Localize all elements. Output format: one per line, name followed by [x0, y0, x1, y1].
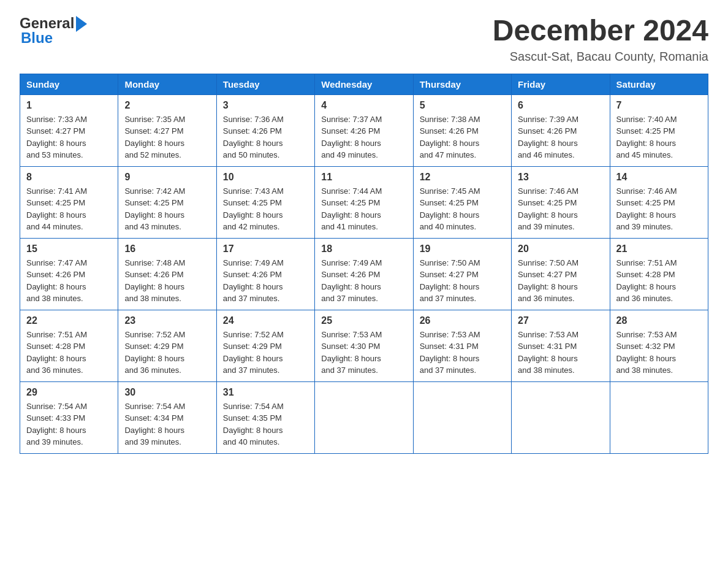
- table-row: 7 Sunrise: 7:40 AMSunset: 4:25 PMDayligh…: [610, 94, 708, 166]
- day-number: 11: [321, 172, 406, 183]
- table-row: 22 Sunrise: 7:51 AMSunset: 4:28 PMDaylig…: [20, 310, 118, 381]
- day-number: 28: [616, 315, 702, 326]
- day-info: Sunrise: 7:37 AMSunset: 4:26 PMDaylight:…: [321, 115, 382, 160]
- col-sunday: Sunday: [20, 74, 118, 94]
- table-row: 31 Sunrise: 7:54 AMSunset: 4:35 PMDaylig…: [216, 381, 314, 453]
- day-info: Sunrise: 7:33 AMSunset: 4:27 PMDaylight:…: [26, 115, 87, 160]
- table-row: 24 Sunrise: 7:52 AMSunset: 4:29 PMDaylig…: [216, 310, 314, 381]
- calendar-header: Sunday Monday Tuesday Wednesday Thursday…: [20, 74, 708, 94]
- day-number: 29: [26, 387, 112, 398]
- day-info: Sunrise: 7:51 AMSunset: 4:28 PMDaylight:…: [616, 258, 677, 304]
- table-row: 23 Sunrise: 7:52 AMSunset: 4:29 PMDaylig…: [118, 310, 216, 381]
- day-number: 19: [420, 243, 505, 255]
- table-row: 27 Sunrise: 7:53 AMSunset: 4:31 PMDaylig…: [512, 310, 610, 381]
- day-info: Sunrise: 7:52 AMSunset: 4:29 PMDaylight:…: [223, 330, 284, 375]
- table-row: 14 Sunrise: 7:46 AMSunset: 4:25 PMDaylig…: [610, 166, 708, 238]
- day-number: 15: [26, 243, 112, 255]
- table-row: 19 Sunrise: 7:50 AMSunset: 4:27 PMDaylig…: [413, 238, 511, 310]
- day-info: Sunrise: 7:36 AMSunset: 4:26 PMDaylight:…: [223, 115, 284, 160]
- day-info: Sunrise: 7:38 AMSunset: 4:26 PMDaylight:…: [420, 115, 480, 160]
- day-info: Sunrise: 7:39 AMSunset: 4:26 PMDaylight:…: [518, 115, 578, 160]
- day-info: Sunrise: 7:35 AMSunset: 4:27 PMDaylight:…: [124, 115, 185, 160]
- logo: General Blue: [20, 15, 87, 47]
- table-row: 12 Sunrise: 7:45 AMSunset: 4:25 PMDaylig…: [413, 166, 511, 238]
- day-number: 13: [518, 172, 603, 183]
- table-row: 2 Sunrise: 7:35 AMSunset: 4:27 PMDayligh…: [118, 94, 216, 166]
- day-number: 16: [124, 243, 210, 255]
- day-info: Sunrise: 7:42 AMSunset: 4:25 PMDaylight:…: [124, 186, 185, 232]
- day-info: Sunrise: 7:46 AMSunset: 4:25 PMDaylight:…: [518, 186, 578, 232]
- table-row: 5 Sunrise: 7:38 AMSunset: 4:26 PMDayligh…: [413, 94, 511, 166]
- day-info: Sunrise: 7:54 AMSunset: 4:33 PMDaylight:…: [26, 402, 87, 447]
- table-row: 28 Sunrise: 7:53 AMSunset: 4:32 PMDaylig…: [610, 310, 708, 381]
- col-friday: Friday: [512, 74, 610, 94]
- logo-arrow-icon: [76, 16, 87, 32]
- day-number: 17: [223, 243, 308, 255]
- table-row: 11 Sunrise: 7:44 AMSunset: 4:25 PMDaylig…: [315, 166, 413, 238]
- day-info: Sunrise: 7:45 AMSunset: 4:25 PMDaylight:…: [420, 186, 480, 232]
- day-number: 18: [321, 243, 406, 255]
- day-info: Sunrise: 7:41 AMSunset: 4:25 PMDaylight:…: [26, 186, 87, 232]
- day-info: Sunrise: 7:48 AMSunset: 4:26 PMDaylight:…: [124, 258, 185, 304]
- table-row: [315, 381, 413, 453]
- calendar-body: 1 Sunrise: 7:33 AMSunset: 4:27 PMDayligh…: [20, 94, 708, 453]
- week-row-4: 22 Sunrise: 7:51 AMSunset: 4:28 PMDaylig…: [20, 310, 708, 381]
- table-row: 13 Sunrise: 7:46 AMSunset: 4:25 PMDaylig…: [512, 166, 610, 238]
- table-row: 29 Sunrise: 7:54 AMSunset: 4:33 PMDaylig…: [20, 381, 118, 453]
- day-info: Sunrise: 7:49 AMSunset: 4:26 PMDaylight:…: [223, 258, 284, 304]
- table-row: 3 Sunrise: 7:36 AMSunset: 4:26 PMDayligh…: [216, 94, 314, 166]
- day-number: 22: [26, 315, 112, 326]
- table-row: 18 Sunrise: 7:49 AMSunset: 4:26 PMDaylig…: [315, 238, 413, 310]
- header-row: Sunday Monday Tuesday Wednesday Thursday…: [20, 74, 708, 94]
- month-title: December 2024: [493, 15, 708, 47]
- day-number: 14: [616, 172, 702, 183]
- table-row: 21 Sunrise: 7:51 AMSunset: 4:28 PMDaylig…: [610, 238, 708, 310]
- table-row: [610, 381, 708, 453]
- table-row: [413, 381, 511, 453]
- day-number: 25: [321, 315, 406, 326]
- day-info: Sunrise: 7:51 AMSunset: 4:28 PMDaylight:…: [26, 330, 87, 375]
- day-info: Sunrise: 7:44 AMSunset: 4:25 PMDaylight:…: [321, 186, 382, 232]
- page-header: General Blue December 2024 Sascut-Sat, B…: [20, 15, 708, 64]
- table-row: 4 Sunrise: 7:37 AMSunset: 4:26 PMDayligh…: [315, 94, 413, 166]
- day-info: Sunrise: 7:53 AMSunset: 4:31 PMDaylight:…: [518, 330, 578, 375]
- day-number: 27: [518, 315, 603, 326]
- day-number: 8: [26, 172, 112, 183]
- col-thursday: Thursday: [413, 74, 511, 94]
- day-info: Sunrise: 7:50 AMSunset: 4:27 PMDaylight:…: [420, 258, 480, 304]
- day-number: 3: [223, 100, 308, 111]
- day-number: 7: [616, 100, 702, 111]
- day-info: Sunrise: 7:50 AMSunset: 4:27 PMDaylight:…: [518, 258, 578, 304]
- day-number: 5: [420, 100, 505, 111]
- day-info: Sunrise: 7:43 AMSunset: 4:25 PMDaylight:…: [223, 186, 284, 232]
- table-row: 6 Sunrise: 7:39 AMSunset: 4:26 PMDayligh…: [512, 94, 610, 166]
- table-row: 30 Sunrise: 7:54 AMSunset: 4:34 PMDaylig…: [118, 381, 216, 453]
- day-number: 26: [420, 315, 505, 326]
- table-row: 15 Sunrise: 7:47 AMSunset: 4:26 PMDaylig…: [20, 238, 118, 310]
- week-row-3: 15 Sunrise: 7:47 AMSunset: 4:26 PMDaylig…: [20, 238, 708, 310]
- day-number: 10: [223, 172, 308, 183]
- day-number: 31: [223, 387, 308, 398]
- day-info: Sunrise: 7:53 AMSunset: 4:30 PMDaylight:…: [321, 330, 382, 375]
- table-row: 9 Sunrise: 7:42 AMSunset: 4:25 PMDayligh…: [118, 166, 216, 238]
- day-number: 23: [124, 315, 210, 326]
- day-info: Sunrise: 7:49 AMSunset: 4:26 PMDaylight:…: [321, 258, 382, 304]
- week-row-2: 8 Sunrise: 7:41 AMSunset: 4:25 PMDayligh…: [20, 166, 708, 238]
- table-row: 8 Sunrise: 7:41 AMSunset: 4:25 PMDayligh…: [20, 166, 118, 238]
- col-monday: Monday: [118, 74, 216, 94]
- day-number: 2: [124, 100, 210, 111]
- day-info: Sunrise: 7:40 AMSunset: 4:25 PMDaylight:…: [616, 115, 677, 160]
- day-number: 6: [518, 100, 603, 111]
- col-saturday: Saturday: [610, 74, 708, 94]
- week-row-5: 29 Sunrise: 7:54 AMSunset: 4:33 PMDaylig…: [20, 381, 708, 453]
- day-number: 12: [420, 172, 505, 183]
- table-row: [512, 381, 610, 453]
- day-number: 20: [518, 243, 603, 255]
- day-info: Sunrise: 7:53 AMSunset: 4:31 PMDaylight:…: [420, 330, 480, 375]
- day-number: 30: [124, 387, 210, 398]
- title-section: December 2024 Sascut-Sat, Bacau County, …: [493, 15, 708, 64]
- day-info: Sunrise: 7:52 AMSunset: 4:29 PMDaylight:…: [124, 330, 185, 375]
- table-row: 1 Sunrise: 7:33 AMSunset: 4:27 PMDayligh…: [20, 94, 118, 166]
- week-row-1: 1 Sunrise: 7:33 AMSunset: 4:27 PMDayligh…: [20, 94, 708, 166]
- day-info: Sunrise: 7:53 AMSunset: 4:32 PMDaylight:…: [616, 330, 677, 375]
